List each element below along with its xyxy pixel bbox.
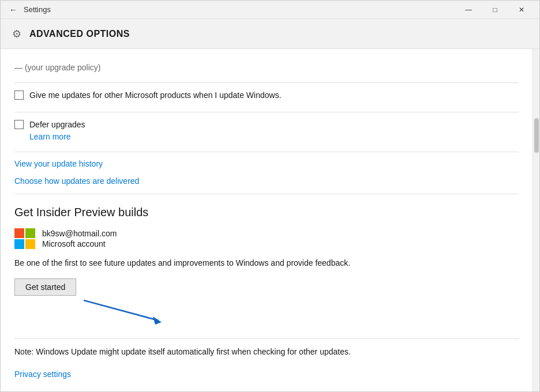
checkbox-row-microsoft-products: Give me updates for other Microsoft prod…: [14, 90, 519, 101]
choose-delivery-link[interactable]: Choose how updates are delivered: [14, 176, 519, 186]
title-bar: ← Settings — □ ✕: [1, 1, 539, 19]
checkbox-row-defer-upgrades: Defer upgrades Learn more: [14, 119, 519, 142]
main-content: — (your upgrade policy) Give me updates …: [1, 49, 532, 391]
insider-description: Be one of the first to see future update…: [14, 257, 519, 269]
defer-upgrades-label: Defer upgrades: [29, 120, 85, 129]
view-update-history-link[interactable]: View your update history: [14, 159, 519, 168]
content-area: — (your upgrade policy) Give me updates …: [1, 49, 539, 391]
scrollbar[interactable]: [532, 49, 539, 391]
arrow-svg: [84, 295, 176, 326]
ms-logo-yellow: [25, 239, 35, 249]
svg-line-0: [84, 300, 159, 321]
back-button[interactable]: ←: [7, 4, 19, 16]
microsoft-products-label: Give me updates for other Microsoft prod…: [29, 90, 282, 101]
ms-logo-green: [25, 228, 35, 238]
ms-logo-blue: [14, 239, 24, 249]
privacy-settings-link[interactable]: Privacy settings: [14, 370, 71, 379]
ms-logo-red: [14, 228, 24, 238]
arrow-annotation: [14, 299, 519, 327]
page-title: ADVANCED OPTIONS: [29, 29, 130, 39]
microsoft-products-checkbox[interactable]: [14, 91, 24, 100]
divider4: [14, 194, 519, 194]
divider1: [14, 82, 519, 83]
maximize-button[interactable]: □: [482, 1, 508, 19]
account-info: bk9sw@hotmail.com Microsoft account: [42, 229, 117, 248]
settings-window: ← Settings — □ ✕ ⚙ ADVANCED OPTIONS — (y…: [0, 0, 540, 392]
scrollbar-thumb[interactable]: [534, 118, 539, 153]
faded-top-text: — (your upgrade policy): [14, 61, 519, 72]
window-controls: — □ ✕: [455, 1, 535, 19]
gear-icon: ⚙: [12, 28, 21, 40]
account-type: Microsoft account: [42, 239, 117, 248]
window-title: Settings: [24, 5, 51, 14]
divider3: [14, 152, 519, 152]
svg-marker-1: [153, 316, 162, 325]
learn-more-link[interactable]: Learn more: [29, 132, 85, 141]
note-text: Note: Windows Update might update itself…: [14, 346, 519, 358]
insider-section-title: Get Insider Preview builds: [14, 206, 519, 219]
header-bar: ⚙ ADVANCED OPTIONS: [1, 19, 539, 49]
divider5: [14, 338, 519, 339]
close-button[interactable]: ✕: [508, 1, 535, 19]
microsoft-logo: [14, 228, 35, 249]
defer-upgrades-checkbox[interactable]: [14, 120, 24, 129]
account-row: bk9sw@hotmail.com Microsoft account: [14, 228, 519, 249]
divider2: [14, 112, 519, 112]
account-email: bk9sw@hotmail.com: [42, 229, 117, 238]
title-bar-left: ← Settings: [7, 4, 51, 16]
minimize-button[interactable]: —: [455, 1, 482, 19]
get-started-button[interactable]: Get started: [14, 278, 76, 296]
